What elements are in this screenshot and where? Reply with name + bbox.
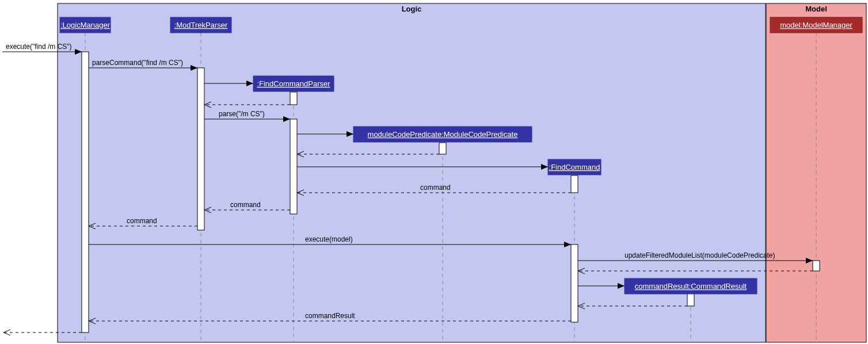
sequence-diagram: Logic Model :LogicManager :ModTrekParser… (0, 0, 868, 344)
msg-return-command-result-label: commandResult (305, 312, 355, 320)
participant-module-code-predicate-label: moduleCodePredicate:ModuleCodePredicate (368, 130, 518, 139)
activation-modtrek-parser (197, 68, 204, 230)
activation-mcp (439, 143, 446, 154)
participant-modtrek-parser-label: :ModTrekParser (174, 21, 228, 29)
participant-find-command-label: :FindCommand (549, 163, 600, 171)
msg-parse-label: parse("/m CS") (219, 110, 265, 118)
activation-fcp-parse (290, 119, 297, 214)
frame-model-label: Model (805, 5, 827, 13)
participant-logic-manager-label: :LogicManager (60, 21, 111, 29)
activation-logic-manager (82, 52, 89, 332)
activation-fc-create (571, 175, 578, 193)
activation-mm (813, 261, 820, 271)
frame-logic-label: Logic (402, 5, 422, 13)
activation-cr (687, 293, 694, 306)
msg-execute-in-label: execute("find /m CS") (6, 43, 72, 51)
activation-fcp-create (290, 92, 297, 105)
participant-command-result-label: commandResult:CommandResult (635, 282, 747, 291)
msg-parse-command-label: parseCommand("find /m CS") (92, 59, 183, 67)
msg-return-command-1-label: command (420, 184, 451, 192)
msg-update-filtered-label: updateFilteredModuleList(moduleCodePredi… (625, 251, 775, 259)
participant-find-command-parser-label: :FindCommandParser (257, 79, 330, 88)
msg-return-command-3-label: command (127, 217, 157, 225)
msg-execute-model-label: execute(model) (305, 235, 353, 243)
participant-model-manager-label: model:ModelManager (780, 21, 852, 29)
msg-return-command-2-label: command (230, 201, 261, 209)
activation-fc-exec (571, 244, 578, 322)
